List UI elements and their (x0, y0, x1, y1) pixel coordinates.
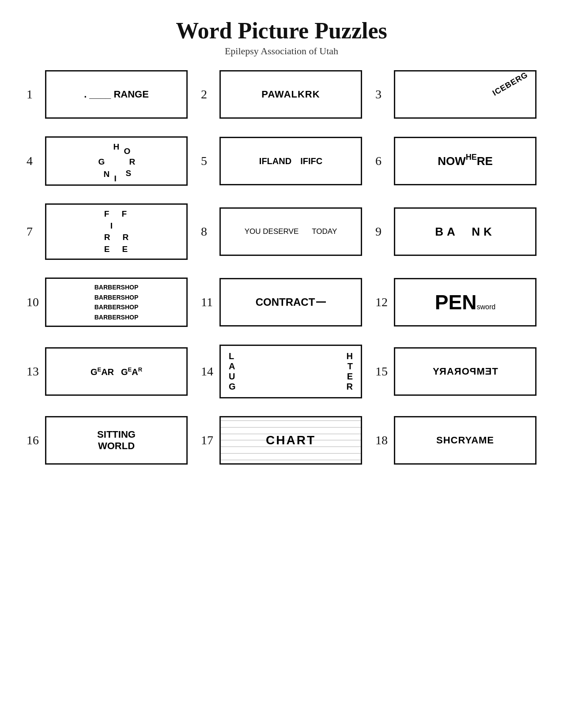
puzzle-cell-6: 6 NOWHERE (375, 136, 537, 186)
p7-f2: F (121, 208, 127, 220)
puzzle-box-15: TEMPORARY (394, 347, 537, 396)
puzzle-box-13: GEAR GEAR (45, 347, 188, 396)
puzzle-number-14: 14 (201, 364, 213, 379)
p8-today: TODAY (312, 227, 337, 236)
p7-f1: F (104, 208, 110, 220)
p14-u: U (229, 372, 236, 382)
puzzle-number-16: 16 (26, 433, 39, 447)
puzzle-cell-9: 9 BA NK (375, 203, 537, 260)
p14-e: E (347, 372, 353, 382)
puzzle-box-7: F F I R R E E (45, 203, 188, 260)
puzzle-cell-12: 12 PENsword (375, 278, 537, 327)
p7-e2: E (122, 244, 128, 255)
p7-row2: I (110, 220, 128, 232)
puzzle-box-12: PENsword (394, 278, 537, 326)
puzzle-box-11: CONTRACT (219, 278, 362, 326)
puzzle-number-2: 2 (201, 87, 213, 101)
puzzle-box-17: CHART (219, 416, 362, 465)
p13-gear1: GEAR (91, 366, 114, 377)
p16-sitting: SITTING (97, 429, 136, 440)
puzzle-box-3: ICEBERG (394, 70, 537, 119)
puzzle-cell-2: 2 PAWALKRK (201, 70, 362, 119)
puzzle-cell-4: 4 H O R S I N G (26, 136, 188, 186)
puzzle-box-4: H O R S I N G (45, 136, 188, 186)
puzzle-17-content: CHART (266, 433, 316, 447)
puzzle-box-2: PAWALKRK (219, 70, 362, 119)
puzzle-box-5: IFLAND IFIFC (219, 137, 362, 185)
p12-pen: PEN (435, 290, 477, 314)
puzzle-18-content: SHCRYAME (436, 435, 494, 446)
p7-r2: R (123, 232, 129, 244)
p12-sword: sword (476, 303, 495, 311)
p14-a: A (229, 361, 236, 372)
p8-you-deserve: YOU DESERVE (245, 227, 299, 236)
p5-ifland: IFLAND (259, 156, 291, 166)
puzzle-8-content: YOU DESERVE TODAY (245, 227, 337, 236)
puzzle-number-18: 18 (375, 433, 388, 447)
puzzles-grid: 1 . ____ RANGE 2 PAWALKRK 3 ICEBERG 4 H … (26, 70, 537, 465)
puzzle-number-7: 7 (26, 225, 39, 239)
p5-ififc: IFIFC (300, 156, 322, 166)
puzzle-1-range: RANGE (113, 89, 148, 100)
puzzle-number-8: 8 (201, 225, 213, 239)
p6-now: NOW (438, 154, 466, 168)
puzzle-number-11: 11 (201, 295, 213, 309)
page-title: Word Picture Puzzles (26, 18, 537, 44)
puzzle-number-5: 5 (201, 154, 213, 168)
puzzle-cell-13: 13 GEAR GEAR (26, 345, 188, 398)
puzzle-cell-17: 17 CHART (201, 416, 362, 465)
puzzle-number-17: 17 (201, 433, 213, 447)
puzzle-box-1: . ____ RANGE (45, 70, 188, 119)
p4-r: R (129, 157, 136, 167)
p7-e1: E (104, 244, 110, 255)
p11-contract: CONTRACT (256, 296, 315, 308)
puzzle-number-12: 12 (375, 295, 388, 309)
puzzle-cell-8: 8 YOU DESERVE TODAY (201, 203, 362, 260)
puzzle-cell-3: 3 ICEBERG (375, 70, 537, 119)
puzzle-number-15: 15 (375, 364, 388, 379)
p4-i: I (114, 174, 117, 184)
puzzle-cell-1: 1 . ____ RANGE (26, 70, 188, 119)
p13-gear2: GEAR (121, 366, 142, 377)
puzzle-cell-18: 18 SHCRYAME (375, 416, 537, 465)
puzzle-number-9: 9 (375, 225, 388, 239)
puzzle-box-14: L A U G H T E R (219, 345, 362, 398)
p4-s: S (126, 169, 132, 178)
p16-world: WORLD (97, 440, 136, 452)
puzzle-number-1: 1 (26, 87, 39, 101)
p7-i: I (110, 220, 113, 232)
p7-r1: R (104, 232, 110, 244)
puzzle-cell-10: 10 BARBERSHOPBARBERSHOPBARBERSHOPBARBERS… (26, 278, 188, 327)
p4-o: O (124, 146, 131, 156)
puzzle-14-content: L A U G H T E R (224, 349, 357, 394)
puzzle-9-content: BA NK (435, 225, 495, 239)
puzzle-1-content: . ____ RANGE (84, 89, 149, 100)
p4-n: N (104, 169, 110, 179)
puzzle-box-18: SHCRYAME (394, 416, 537, 465)
puzzle-cell-16: 16 SITTING WORLD (26, 416, 188, 465)
p14-t: T (348, 361, 353, 372)
puzzle-10-content: BARBERSHOPBARBERSHOPBARBERSHOPBARBERSHOP (94, 282, 139, 322)
puzzle-5-content: IFLAND IFIFC (259, 156, 322, 166)
puzzle-6-content: NOWHERE (438, 154, 493, 168)
p11-bar (316, 301, 326, 303)
p14-left: L A U G (229, 351, 236, 392)
puzzle-box-9: BA NK (394, 207, 537, 256)
p6-re: RE (477, 154, 493, 168)
puzzle-cell-15: 15 TEMPORARY (375, 345, 537, 398)
puzzle-box-6: NOWHERE (394, 137, 537, 185)
puzzle-number-3: 3 (375, 87, 388, 101)
p14-r: R (347, 382, 353, 392)
p6-he: HE (466, 153, 477, 162)
puzzle-number-10: 10 (26, 295, 39, 309)
puzzle-cell-7: 7 F F I R R E E (26, 203, 188, 260)
puzzle-1-dot: . ____ (84, 89, 113, 100)
puzzle-13-content: GEAR GEAR (91, 366, 142, 377)
puzzle-cell-5: 5 IFLAND IFIFC (201, 136, 362, 186)
p14-l: L (229, 351, 236, 361)
p14-h: H (347, 351, 353, 361)
puzzle-number-6: 6 (375, 154, 388, 168)
p7-row3: R R (104, 232, 128, 244)
page-subtitle: Epilepsy Association of Utah (26, 45, 537, 57)
puzzle-12-content: PENsword (435, 290, 495, 314)
